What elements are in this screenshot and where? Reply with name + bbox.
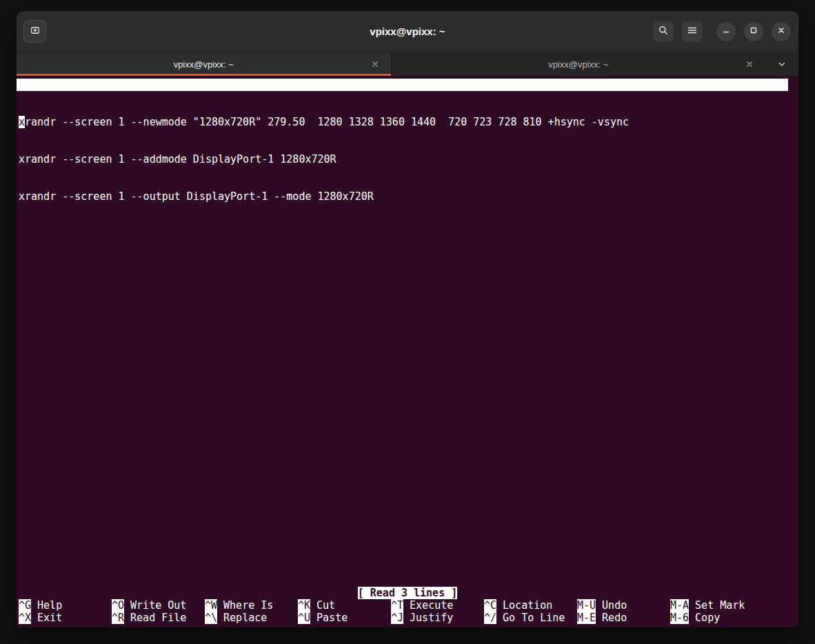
tab-close-button[interactable] [369,58,381,70]
shortcut-set-mark: M-ASet Mark [670,599,763,612]
editor-line-text: xrandr --screen 1 --output DisplayPort-1… [19,190,374,203]
nano-title-bar: GNU nano 6.2 /home/vpixx/.xprofile [17,79,788,91]
shortcut-help: ^GHelp [19,599,112,612]
terminal-window: vpixx@vpixx: ~ [17,11,798,627]
shortcut-cut: ^KCut [298,599,391,612]
editor-line: xrandr --screen 1 --newmode "1280x720R" … [19,116,798,128]
minimize-button[interactable] [716,22,736,41]
shortcut-exit: ^XExit [19,612,112,624]
tab-2[interactable]: vpixx@vpixx: ~ [391,52,766,76]
menu-button[interactable] [682,21,703,42]
editor-line-text: xrandr --screen 1 --addmode DisplayPort-… [19,153,336,165]
new-tab-button[interactable] [23,20,46,43]
close-icon [371,60,379,68]
tab-overview-button[interactable] [765,52,798,76]
tab-label: vpixx@vpixx: ~ [548,59,608,70]
shortcut-undo: M-UUndo [577,599,670,612]
maximize-button[interactable] [744,22,763,41]
nano-file-path: /home/vpixx/.xprofile [337,103,468,116]
editor-line-text: randr --screen 1 --newmode "1280x720R" 2… [25,116,629,128]
nano-status-line: [ Read 3 lines ] [17,587,798,599]
shortcut-copy: M-6Copy [670,612,763,624]
nano-status-message: [ Read 3 lines ] [358,587,458,599]
nano-shortcuts-row-2: ^XExit ^RRead File ^\Replace ^UPaste ^JJ… [17,612,798,624]
nano-version-label: GNU nano 6.2 [68,91,143,103]
close-icon [745,60,754,68]
tab-bar: vpixx@vpixx: ~ vpixx@vpixx: ~ [17,52,798,76]
window-header: vpixx@vpixx: ~ [17,11,798,52]
menu-icon [687,25,698,39]
shortcut-write-out: ^OWrite Out [112,599,205,612]
shortcut-go-to-line: ^/Go To Line [484,612,577,624]
shortcut-read-file: ^RRead File [112,612,205,624]
search-button[interactable] [653,21,674,42]
shortcut-replace: ^\Replace [205,612,298,624]
close-button[interactable] [772,22,791,41]
tab-label: vpixx@vpixx: ~ [174,59,234,70]
shortcut-redo: M-ERedo [577,612,670,624]
search-icon [658,25,669,39]
nano-editor[interactable]: xrandr --screen 1 --newmode "1280x720R" … [17,91,798,587]
editor-line: xrandr --screen 1 --output DisplayPort-1… [19,190,798,203]
editor-line: xrandr --screen 1 --addmode DisplayPort-… [19,153,798,165]
shortcut-location: ^CLocation [484,599,577,612]
tab-close-button[interactable] [743,58,756,70]
minimize-icon [721,26,731,38]
nano-shortcuts-row-1: ^GHelp ^OWrite Out ^WWhere Is ^KCut ^TEx… [17,599,798,612]
shortcut-where-is: ^WWhere Is [205,599,298,612]
new-tab-icon [30,25,41,39]
close-icon [776,26,786,38]
shortcut-execute: ^TExecute [391,599,484,612]
maximize-icon [749,26,758,38]
shortcut-paste: ^UPaste [298,612,391,624]
shortcut-justify: ^JJustify [391,612,484,624]
terminal-screen[interactable]: GNU nano 6.2 /home/vpixx/.xprofile xrand… [17,77,798,627]
chevron-down-icon [777,59,787,69]
tab-1[interactable]: vpixx@vpixx: ~ [17,52,391,76]
